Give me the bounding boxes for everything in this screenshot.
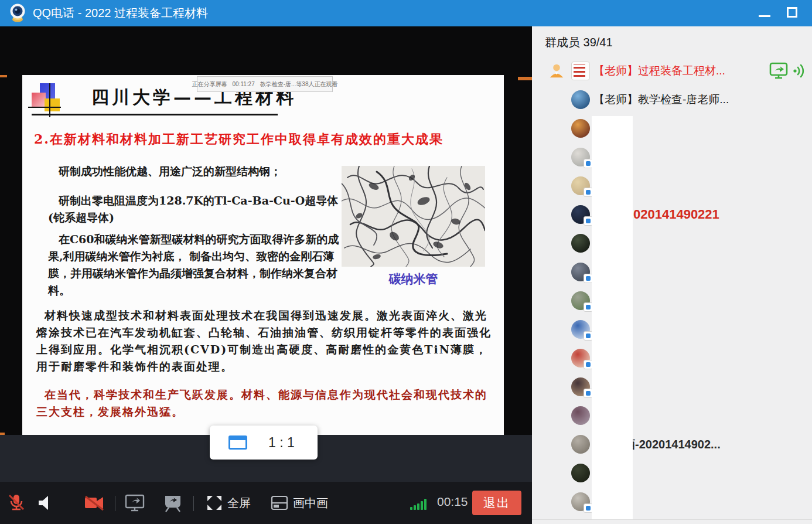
avatar: [571, 148, 590, 166]
member-count-header: 群成员 39/41: [545, 35, 613, 50]
slide-paragraph: 材料快速成型技术和材料表面处理技术在我国得到迅速发展。激光表面淬火、激光熔涂技术…: [36, 307, 497, 375]
fullscreen-icon: [206, 495, 223, 511]
webcam-icon: [8, 3, 28, 23]
avatar: [571, 320, 590, 339]
exit-call-button[interactable]: 退出: [472, 491, 521, 515]
avatar: [571, 205, 590, 224]
titlebar: QQ电话 - 2022 过程装备工程材料: [0, 0, 812, 26]
microphone-muted-icon: [7, 493, 26, 513]
signal-strength-icon: [410, 497, 432, 510]
avatar: [571, 62, 590, 80]
background-window-fragment: [0, 75, 7, 77]
member-row[interactable]: [532, 142, 812, 171]
member-panel: 群成员 39/41 【老师】过程装备工程材...【老师】教学检查-唐老师...0…: [532, 26, 812, 524]
avatar: [571, 234, 590, 253]
member-row[interactable]: 酒-20201414902...: [532, 430, 812, 458]
host-status-icons: [769, 62, 807, 80]
avatar: [571, 406, 590, 425]
slide-paragraph: 研制出零电阻温度为128.7K的Tl-Ca-Ba-Cu-O超导体(铊系超导体): [48, 192, 344, 226]
avatar: [571, 377, 590, 396]
member-name: 【老师】过程装备工程材...: [593, 63, 725, 79]
member-row[interactable]: [532, 487, 812, 516]
fullscreen-label: 全屏: [227, 495, 251, 511]
white-privacy-overlay: [592, 116, 633, 519]
minimize-button[interactable]: [755, 5, 775, 21]
list-divider: [532, 519, 812, 520]
maximize-button[interactable]: [783, 5, 803, 21]
window-title: QQ电话 - 2022 过程装备工程材料: [33, 0, 208, 26]
toolbar-separator: [193, 496, 194, 511]
share-screen-button[interactable]: [124, 482, 145, 524]
speaker-icon: [36, 494, 54, 512]
sharing-screen-icon: [769, 62, 789, 80]
avatar: [571, 291, 590, 310]
member-name: 【老师】教学检查-唐老师...: [593, 92, 729, 107]
member-row[interactable]: [532, 114, 812, 142]
avatar: [571, 176, 590, 195]
slide-paragraph: 在当代，科学技术和生产飞跃发展。材料、能源与信息作为现代社会和现代技术的三大支柱…: [36, 386, 497, 420]
member-list: 【老师】过程装备工程材...【老师】教学检查-唐老师...02014149022…: [532, 56, 812, 516]
carbon-nanotube-image: [342, 166, 485, 267]
background-window-fragment: [0, 433, 5, 435]
slide-logo: [32, 83, 64, 118]
screen-share-icon: [124, 494, 145, 512]
member-id-text: 酒-20201414902...: [623, 436, 721, 452]
shared-slide: 四川大学——工程材料 2.在新材料和材料加工新工艺研究工作中取得卓有成效的重大成…: [22, 75, 504, 435]
background-window-fragment: [518, 77, 532, 80]
camera-off-icon: [83, 494, 105, 512]
sharing-viewers-text: 教学检查-唐...等38人正在观看: [260, 80, 338, 89]
member-row[interactable]: 【老师】教学检查-唐老师...: [532, 85, 812, 114]
avatar: [571, 435, 590, 454]
member-row[interactable]: [532, 171, 812, 200]
call-toolbar: 全屏 画中画 00:15 退出: [0, 482, 532, 524]
fullscreen-button[interactable]: 全屏: [206, 482, 251, 524]
host-person-icon: [548, 62, 565, 80]
member-row[interactable]: [532, 286, 812, 315]
slide-paragraph: 在C60和碳纳米管新型碳材料的研究方面取得许多新的成果,利用碳纳米管作为衬底， …: [48, 231, 344, 299]
sharing-status-banner[interactable]: 正在分享屏幕 00:11:27 教学检查-唐...等38人正在观看: [197, 76, 333, 92]
slide-heading: 2.在新材料和材料加工新工艺研究工作中取得卓有成效的重大成果: [34, 131, 497, 148]
screen-share-stage: 四川大学——工程材料 2.在新材料和材料加工新工艺研究工作中取得卓有成效的重大成…: [0, 26, 532, 524]
member-row[interactable]: 020141490221: [532, 200, 812, 229]
member-row[interactable]: [532, 401, 812, 430]
qq-call-window: QQ电话 - 2022 过程装备工程材料 四川大学——工程材料 2.在新材料和材…: [0, 0, 812, 524]
avatar: [571, 263, 590, 281]
member-id-text: 020141490221: [633, 207, 719, 222]
toolbar-separator: [115, 496, 115, 511]
member-row[interactable]: [532, 315, 812, 343]
picture-in-picture-button[interactable]: 画中画: [271, 482, 328, 524]
window-icon: [228, 435, 247, 450]
share-demo-button[interactable]: [163, 482, 183, 524]
call-duration: 00:15: [437, 495, 468, 509]
member-row[interactable]: [532, 257, 812, 286]
member-row[interactable]: [532, 229, 812, 257]
sharing-status-text: 正在分享屏幕: [192, 80, 227, 89]
member-row[interactable]: 【老师】过程装备工程材...: [532, 56, 812, 85]
projector-share-icon: [163, 494, 183, 512]
slide-paragraph: 研制成功性能优越、用途广泛的新型结构钢；: [48, 163, 341, 180]
avatar: [571, 492, 590, 511]
avatar: [571, 119, 590, 138]
image-caption: 碳纳米管: [342, 271, 485, 287]
avatar: [571, 349, 590, 368]
avatar: [571, 90, 590, 109]
picture-in-picture-icon: [271, 495, 288, 511]
avatar: [571, 464, 590, 482]
speaker-button[interactable]: [36, 482, 54, 524]
slide-header-rule: [32, 114, 278, 115]
mute-mic-button[interactable]: [7, 482, 26, 524]
sharing-elapsed-time: 00:11:27: [233, 81, 255, 87]
pip-label: 画中画: [293, 495, 328, 511]
speaking-indicator-icon: [792, 63, 807, 79]
ratio-label: 1 : 1: [268, 435, 295, 451]
camera-off-button[interactable]: [83, 482, 105, 524]
ratio-toggle[interactable]: 1 : 1: [210, 426, 318, 460]
member-row[interactable]: [532, 372, 812, 401]
member-row[interactable]: [532, 343, 812, 372]
member-row[interactable]: [532, 458, 812, 487]
